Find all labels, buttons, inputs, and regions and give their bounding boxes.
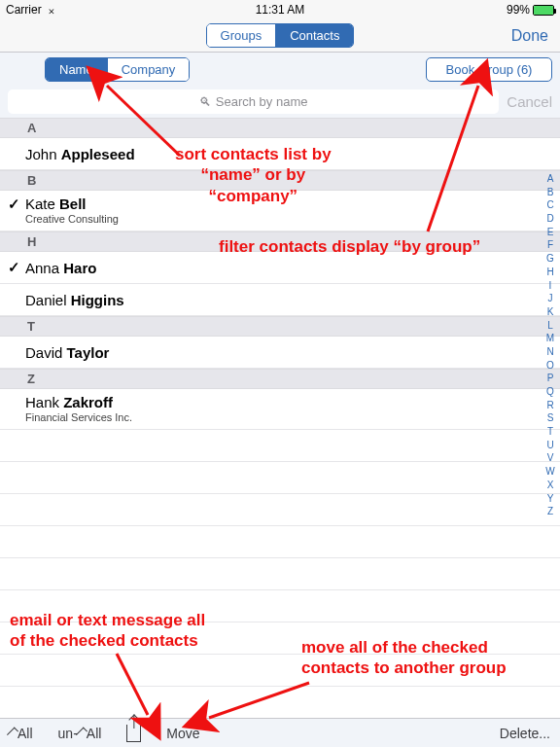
index-letter[interactable]: G	[546, 254, 554, 264]
empty-row	[0, 462, 560, 494]
sort-by-name[interactable]: Name	[46, 58, 107, 81]
empty-row	[0, 622, 560, 655]
contact-row[interactable]: Hank ZakroffFinancial Services Inc.	[0, 389, 560, 430]
empty-row	[0, 526, 560, 558]
index-letter[interactable]: L	[547, 321, 553, 331]
search-cancel-button[interactable]: Cancel	[507, 93, 552, 110]
filter-bar: Name Company Book Group (6)	[0, 53, 560, 86]
contact-row[interactable]: John Appleseed	[0, 138, 560, 170]
index-letter[interactable]: Y	[547, 494, 554, 504]
empty-row	[0, 590, 560, 622]
segment-contacts[interactable]: Contacts	[275, 24, 353, 47]
section-header: H	[0, 231, 560, 252]
sort-segment: Name Company	[45, 57, 190, 82]
uncheck-all-button[interactable]: un-All	[58, 726, 102, 741]
contact-company: Creative Consulting	[25, 213, 119, 225]
status-left: Carrier ⨉	[6, 3, 54, 17]
nav-bar: Groups Contacts Done	[0, 19, 560, 53]
index-letter[interactable]: N	[546, 347, 553, 357]
contact-company: Financial Services Inc.	[25, 411, 132, 423]
contact-row[interactable]: ✓Kate BellCreative Consulting	[0, 191, 560, 231]
index-letter[interactable]: Z	[547, 507, 553, 516]
index-letter[interactable]: Q	[546, 387, 554, 397]
battery-icon	[533, 5, 554, 16]
move-button[interactable]: Move	[166, 726, 199, 741]
index-letter[interactable]: V	[547, 453, 554, 463]
index-letter[interactable]: M	[546, 334, 554, 343]
search-input[interactable]: 🔍︎ Search by name	[8, 89, 499, 114]
search-icon: 🔍︎	[199, 95, 211, 109]
delete-button[interactable]: Delete...	[500, 726, 550, 741]
section-header: B	[0, 170, 560, 191]
contact-row[interactable]: David Taylor	[0, 337, 560, 369]
index-letter[interactable]: X	[547, 480, 554, 490]
row-checkmark: ✓	[8, 196, 25, 213]
status-right: 99%	[507, 3, 554, 17]
index-letter[interactable]: S	[547, 413, 554, 423]
share-icon	[126, 725, 141, 742]
bottom-toolbar: All un-All Move Delete...	[0, 718, 560, 747]
share-button[interactable]	[126, 725, 141, 742]
section-header: T	[0, 316, 560, 337]
battery-percent: 99%	[507, 3, 530, 17]
contact-name: Daniel Higgins	[25, 292, 124, 308]
contact-name: John Appleseed	[25, 146, 135, 162]
index-letter[interactable]: C	[546, 200, 553, 210]
section-header: Z	[0, 369, 560, 389]
view-segment: Groups Contacts	[206, 23, 355, 48]
search-bar: 🔍︎ Search by name Cancel	[0, 86, 560, 118]
index-letter[interactable]: F	[547, 240, 553, 250]
alpha-index[interactable]: ABCDEFGHIJKLMNOPQRSTUVWXYZ	[542, 118, 558, 718]
contact-name: Hank Zakroff	[25, 394, 132, 410]
search-placeholder: Search by name	[216, 94, 308, 109]
index-letter[interactable]: K	[547, 307, 554, 317]
empty-row	[0, 494, 560, 526]
empty-row	[0, 687, 560, 718]
contact-name: Kate Bell	[25, 196, 119, 212]
empty-row	[0, 558, 560, 590]
section-header: A	[0, 119, 560, 138]
index-letter[interactable]: W	[545, 467, 554, 477]
segment-groups[interactable]: Groups	[207, 24, 276, 47]
contact-name: Anna Haro	[25, 260, 96, 276]
index-letter[interactable]: U	[546, 441, 553, 450]
empty-row	[0, 430, 560, 462]
check-all-button[interactable]: All	[10, 726, 33, 741]
index-letter[interactable]: J	[548, 294, 553, 303]
index-letter[interactable]: B	[547, 188, 554, 197]
index-letter[interactable]: A	[547, 174, 554, 184]
index-letter[interactable]: H	[546, 267, 553, 277]
index-letter[interactable]: O	[546, 361, 554, 371]
done-button[interactable]: Done	[511, 27, 548, 45]
index-letter[interactable]: T	[547, 427, 553, 437]
row-checkmark: ✓	[8, 259, 25, 276]
clock: 11:31 AM	[256, 3, 305, 17]
index-letter[interactable]: D	[546, 214, 553, 224]
empty-row	[0, 655, 560, 687]
contact-row[interactable]: ✓Anna Haro	[0, 252, 560, 284]
index-letter[interactable]: E	[547, 228, 554, 237]
index-letter[interactable]: R	[546, 401, 553, 410]
wifi-icon: ⨉	[49, 5, 54, 16]
contact-row[interactable]: Daniel Higgins	[0, 284, 560, 316]
index-letter[interactable]: I	[549, 281, 552, 291]
contact-name: David Taylor	[25, 344, 109, 361]
contacts-list[interactable]: AJohn AppleseedB✓Kate BellCreative Consu…	[0, 118, 560, 718]
sort-by-company[interactable]: Company	[107, 58, 190, 81]
group-filter-button[interactable]: Book Group (6)	[426, 57, 552, 82]
status-bar: Carrier ⨉ 11:31 AM 99%	[0, 0, 560, 19]
carrier-label: Carrier	[6, 3, 42, 17]
index-letter[interactable]: P	[547, 374, 554, 383]
